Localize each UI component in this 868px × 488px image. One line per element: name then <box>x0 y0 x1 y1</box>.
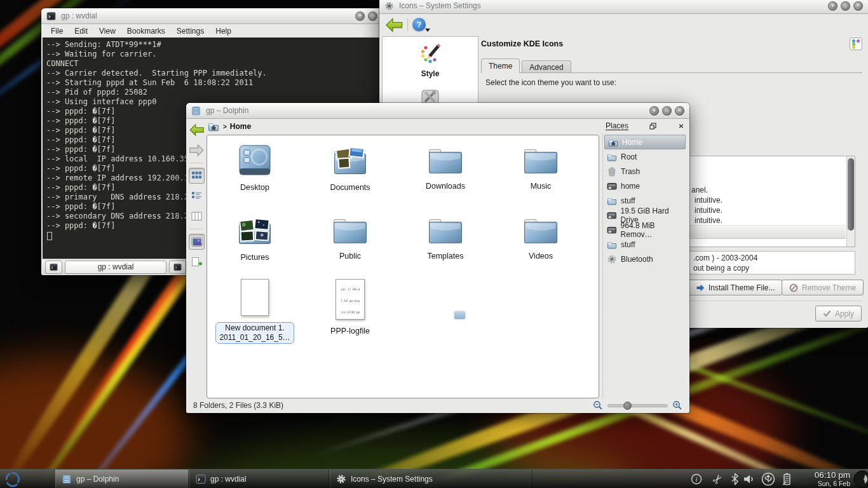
places-item-home-device[interactable]: home <box>603 179 687 193</box>
tray-usb-icon[interactable] <box>760 472 776 486</box>
folder-label: Documents <box>302 183 398 193</box>
scrollbar[interactable] <box>846 156 855 247</box>
window-title: gp – Dolphin <box>206 106 248 115</box>
toolbar-separator <box>407 18 408 31</box>
folder-item-templates[interactable]: Templates <box>398 214 493 261</box>
preview-icon <box>191 237 203 247</box>
apply-button[interactable]: Apply <box>815 306 862 322</box>
page-title: Customize KDE Icons <box>481 39 563 48</box>
dolphin-icon <box>191 106 201 116</box>
maximize-button[interactable] <box>368 11 377 21</box>
import-icon <box>696 283 705 292</box>
taskbar-task-system-settings[interactable]: Icons – System Settings <box>330 470 532 488</box>
theme-description-fragment: out being a copy <box>693 264 749 273</box>
tray-klipper-icon[interactable]: ✂ <box>706 468 729 488</box>
details-view-button[interactable] <box>189 188 205 204</box>
zoom-slider[interactable] <box>607 404 668 407</box>
folder-label: Videos <box>493 252 588 261</box>
places-item-stuff-2[interactable]: stuff <box>603 237 687 252</box>
panel-toolbox-cashew[interactable] <box>851 470 868 488</box>
places-label: stuff <box>621 196 635 205</box>
icons-view-button[interactable] <box>189 168 205 184</box>
close-button[interactable] <box>853 1 863 11</box>
float-panel-icon[interactable] <box>648 121 657 130</box>
tray-bluetooth-icon[interactable] <box>729 472 740 486</box>
sidebar-item-style[interactable]: Style <box>383 37 478 78</box>
task-label: Icons – System Settings <box>351 475 433 484</box>
theme-description-fragment: .com ) - 2003-2004 <box>693 254 757 262</box>
preview-button[interactable] <box>189 234 205 250</box>
folder-item-public[interactable]: Public <box>302 214 398 261</box>
maximize-button[interactable] <box>841 1 850 11</box>
close-button[interactable] <box>675 106 684 116</box>
install-theme-button[interactable]: Install Theme File... <box>688 280 782 295</box>
file-item-ppp-logfile[interactable]: Jan 17 09:4 7:18 gp-Asp ire-5738 pp pd[1… <box>302 279 398 336</box>
places-item-bluetooth[interactable]: Bluetooth <box>603 252 687 266</box>
folder-item-music[interactable]: Music <box>493 144 588 191</box>
places-panel: Home Root Trash home stuff 19.5 GiB Hard… <box>602 133 687 398</box>
columns-view-button[interactable] <box>189 208 205 224</box>
back-button[interactable] <box>384 17 404 33</box>
close-panel-icon[interactable]: ✕ <box>677 121 686 130</box>
dolphin-titlebar[interactable]: gp – Dolphin <box>186 103 689 119</box>
konsole-menubar: File Edit View Bookmarks Settings Help <box>41 24 395 38</box>
minimize-button[interactable] <box>355 11 365 21</box>
theme-list-fragment: intuitive. <box>695 196 722 205</box>
taskbar-task-dolphin[interactable]: gp – Dolphin <box>55 470 189 488</box>
menu-settings[interactable]: Settings <box>171 25 210 37</box>
folder-item-desktop[interactable]: Desktop <box>207 144 302 193</box>
taskbar-task-konsole[interactable]: gp : wvdial <box>189 470 329 488</box>
tray-info-icon[interactable]: i <box>690 473 703 485</box>
system-settings-titlebar[interactable]: Icons – System Settings <box>379 0 868 14</box>
remove-theme-button[interactable]: Remove Theme <box>782 280 864 295</box>
folder-item-pictures[interactable]: Pictures <box>207 214 302 262</box>
breadcrumb-home[interactable]: Home <box>230 122 251 131</box>
icons-module-icon <box>850 37 862 50</box>
folder-item-downloads[interactable]: Downloads <box>398 144 493 191</box>
help-button[interactable]: ? <box>412 18 426 31</box>
folder-view[interactable]: Desktop Documents Downloads Music <box>207 135 599 398</box>
maximize-button[interactable] <box>662 106 672 116</box>
places-item-removable[interactable]: 964.8 MiB Remov… <box>603 222 687 237</box>
tray-battery-icon[interactable] <box>780 472 793 486</box>
folder-item-documents[interactable]: Documents <box>302 144 398 193</box>
new-tab-button[interactable] <box>45 261 62 274</box>
zoom-out-icon[interactable] <box>593 400 603 410</box>
forward-button[interactable] <box>189 142 205 158</box>
pictures-folder-icon <box>238 214 272 246</box>
back-button[interactable] <box>189 122 205 138</box>
menu-help[interactable]: Help <box>210 25 237 37</box>
clock[interactable]: 06:10 pm Sun, 6 Feb <box>815 470 850 487</box>
split-view-button[interactable] <box>189 254 205 270</box>
zoom-slider-handle[interactable] <box>623 402 632 410</box>
scrollbar-thumb[interactable] <box>848 158 854 231</box>
menu-bookmarks[interactable]: Bookmarks <box>121 25 171 37</box>
folder-icon <box>524 144 558 175</box>
minimize-button[interactable] <box>649 106 659 116</box>
menu-edit[interactable]: Edit <box>69 25 93 37</box>
minimize-button[interactable] <box>828 1 837 11</box>
tab-advanced[interactable]: Advanced <box>522 60 571 73</box>
file-item-new-document[interactable]: New document 1. 2011_01_20_16_5… <box>207 279 302 344</box>
zoom-in-icon[interactable] <box>672 400 682 410</box>
dolphin-toolbar <box>187 122 206 270</box>
theme-list-fragment: anel. <box>691 186 708 194</box>
gear-icon <box>384 1 394 11</box>
terminal-tab[interactable]: gp : wvdial <box>65 261 166 274</box>
places-title: Places <box>606 121 628 130</box>
tray-volume-icon[interactable] <box>742 474 756 484</box>
details-view-icon <box>191 191 202 201</box>
places-label: Trash <box>621 167 640 176</box>
logfile-preview-text: Jan 17 09:4 7:18 gp-Asp ire-5738 pp pd[1… <box>339 288 360 320</box>
kde-menu-button[interactable] <box>1 470 24 488</box>
menu-view[interactable]: View <box>93 25 121 37</box>
places-item-home[interactable]: Home <box>604 135 686 149</box>
terminal-tab-2[interactable] <box>169 261 186 274</box>
tab-theme[interactable]: Theme <box>481 58 520 73</box>
breadcrumb-home-button[interactable] <box>207 120 220 133</box>
konsole-titlebar[interactable]: gp : wvdial <box>41 8 395 24</box>
places-item-trash[interactable]: Trash <box>603 164 687 179</box>
menu-file[interactable]: File <box>45 25 69 37</box>
folder-item-videos[interactable]: Videos <box>493 214 588 261</box>
places-item-root[interactable]: Root <box>603 149 687 164</box>
